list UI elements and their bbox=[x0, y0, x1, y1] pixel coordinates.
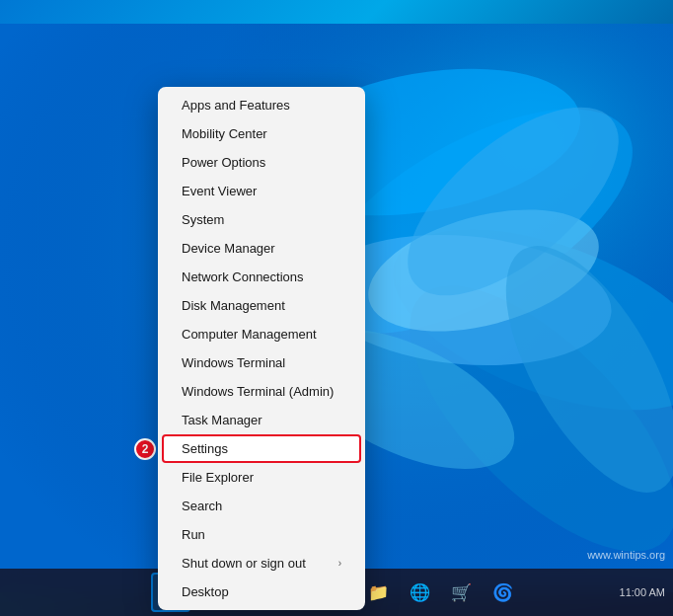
menu-item-label-file-explorer: File Explorer bbox=[182, 470, 254, 485]
menu-item-label-computer-management: Computer Management bbox=[182, 327, 317, 342]
menu-item-desktop[interactable]: Desktop bbox=[162, 578, 361, 606]
store-taskbar-icon[interactable]: 🛒 bbox=[441, 573, 481, 612]
menu-item-arrow-shut-down-sign-out: › bbox=[338, 558, 341, 569]
menu-item-windows-terminal[interactable]: Windows Terminal bbox=[162, 348, 361, 377]
menu-item-shut-down-sign-out[interactable]: Shut down or sign out› bbox=[162, 549, 361, 578]
menu-item-network-connections[interactable]: Network Connections bbox=[162, 263, 361, 291]
menu-item-file-explorer[interactable]: File Explorer bbox=[162, 463, 361, 492]
taskbar-time: 11:00 AM bbox=[620, 586, 665, 598]
menu-item-search[interactable]: Search bbox=[162, 492, 361, 520]
menu-item-label-run: Run bbox=[182, 527, 205, 542]
menu-item-label-windows-terminal-admin: Windows Terminal (Admin) bbox=[182, 384, 334, 399]
menu-item-run[interactable]: Run bbox=[162, 520, 361, 549]
menu-item-device-manager[interactable]: Device Manager bbox=[162, 234, 361, 263]
desktop: Apps and FeaturesMobility CenterPower Op… bbox=[0, 0, 673, 616]
menu-item-label-disk-management: Disk Management bbox=[182, 298, 285, 313]
menu-item-power-options[interactable]: Power Options bbox=[162, 148, 361, 177]
menu-item-label-windows-terminal: Windows Terminal bbox=[182, 355, 285, 370]
menu-item-label-search: Search bbox=[182, 499, 222, 513]
menu-item-label-system: System bbox=[182, 212, 224, 227]
menu-item-label-settings: Settings bbox=[182, 441, 228, 456]
menu-item-label-desktop: Desktop bbox=[182, 584, 229, 599]
menu-item-event-viewer[interactable]: Event Viewer bbox=[162, 177, 361, 205]
menu-item-settings[interactable]: Settings bbox=[162, 434, 361, 463]
menu-item-label-event-viewer: Event Viewer bbox=[182, 184, 257, 198]
taskbar-right: 11:00 AM bbox=[620, 586, 665, 598]
menu-item-mobility-center[interactable]: Mobility Center bbox=[162, 119, 361, 148]
menu-item-label-power-options: Power Options bbox=[182, 155, 265, 170]
context-menu: Apps and FeaturesMobility CenterPower Op… bbox=[158, 87, 365, 610]
menu-item-label-mobility-center: Mobility Center bbox=[182, 126, 267, 141]
menu-item-system[interactable]: System bbox=[162, 205, 361, 234]
badge-2: 2 bbox=[134, 438, 156, 460]
menu-item-task-manager[interactable]: Task Manager bbox=[162, 406, 361, 434]
menu-item-label-task-manager: Task Manager bbox=[182, 413, 262, 427]
menu-item-label-apps-features: Apps and Features bbox=[182, 98, 290, 113]
menu-item-label-device-manager: Device Manager bbox=[182, 241, 275, 256]
menu-item-computer-management[interactable]: Computer Management bbox=[162, 320, 361, 348]
menu-item-windows-terminal-admin[interactable]: Windows Terminal (Admin) bbox=[162, 377, 361, 406]
menu-item-disk-management[interactable]: Disk Management bbox=[162, 291, 361, 320]
edge-taskbar-icon[interactable]: 🌐 bbox=[400, 573, 439, 612]
menu-item-label-network-connections: Network Connections bbox=[182, 270, 304, 284]
other-taskbar-icon[interactable]: 🌀 bbox=[483, 573, 522, 612]
menu-item-label-shut-down-sign-out: Shut down or sign out bbox=[182, 556, 306, 571]
menu-item-apps-features[interactable]: Apps and Features bbox=[162, 91, 361, 119]
watermark: www.wintips.org bbox=[587, 549, 665, 561]
